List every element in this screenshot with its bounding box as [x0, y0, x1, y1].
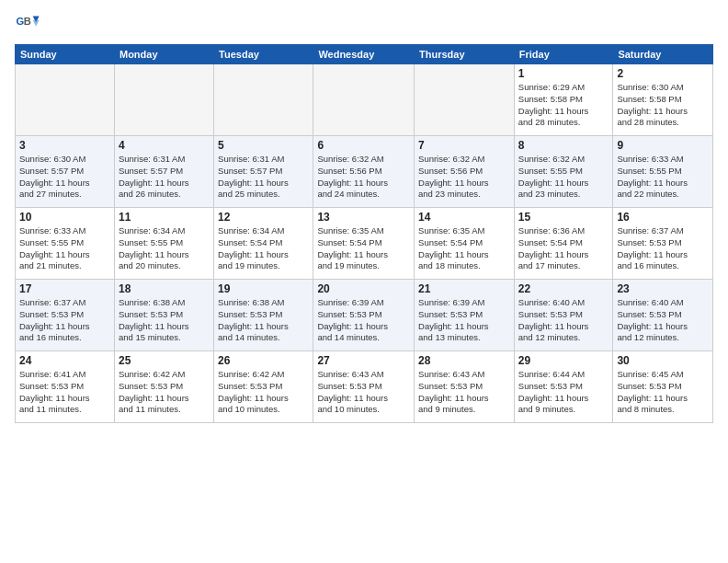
day-number: 2: [617, 67, 709, 80]
svg-text:B: B: [24, 16, 31, 27]
day-number: 14: [418, 211, 510, 224]
weekday-header: Thursday: [415, 45, 515, 64]
day-number: 9: [617, 139, 709, 152]
day-info: Sunrise: 6:32 AMSunset: 5:55 PMDaylight:…: [518, 154, 609, 201]
day-number: 18: [119, 282, 210, 295]
day-info: Sunrise: 6:36 AMSunset: 5:54 PMDaylight:…: [518, 225, 609, 272]
day-number: 16: [617, 211, 709, 224]
calendar-day: 24Sunrise: 6:41 AMSunset: 5:53 PMDayligh…: [16, 351, 115, 423]
logo: G B: [15, 11, 44, 37]
weekday-header: Wednesday: [313, 45, 415, 64]
weekday-row: SundayMondayTuesdayWednesdayThursdayFrid…: [16, 45, 713, 64]
calendar-day: [415, 64, 515, 136]
calendar-day: 14Sunrise: 6:35 AMSunset: 5:54 PMDayligh…: [415, 208, 515, 280]
calendar-day: 30Sunrise: 6:45 AMSunset: 5:53 PMDayligh…: [613, 351, 713, 423]
weekday-header: Tuesday: [214, 45, 313, 64]
day-number: 5: [218, 139, 309, 152]
calendar-week: 24Sunrise: 6:41 AMSunset: 5:53 PMDayligh…: [16, 351, 713, 423]
calendar-day: 1Sunrise: 6:29 AMSunset: 5:58 PMDaylight…: [514, 64, 613, 136]
day-info: Sunrise: 6:33 AMSunset: 5:55 PMDaylight:…: [19, 225, 110, 272]
day-number: 13: [317, 211, 410, 224]
calendar-day: [313, 64, 415, 136]
day-info: Sunrise: 6:30 AMSunset: 5:57 PMDaylight:…: [19, 154, 110, 201]
calendar-day: 16Sunrise: 6:37 AMSunset: 5:53 PMDayligh…: [613, 208, 713, 280]
day-info: Sunrise: 6:32 AMSunset: 5:56 PMDaylight:…: [418, 154, 510, 201]
day-number: 8: [518, 139, 609, 152]
day-info: Sunrise: 6:43 AMSunset: 5:53 PMDaylight:…: [418, 369, 510, 416]
day-number: 19: [218, 282, 309, 295]
calendar-body: 1Sunrise: 6:29 AMSunset: 5:58 PMDaylight…: [16, 64, 713, 423]
day-number: 28: [418, 354, 510, 367]
calendar-day: [114, 64, 213, 136]
calendar-day: 28Sunrise: 6:43 AMSunset: 5:53 PMDayligh…: [415, 351, 515, 423]
calendar-day: 8Sunrise: 6:32 AMSunset: 5:55 PMDaylight…: [514, 136, 613, 208]
calendar-week: 1Sunrise: 6:29 AMSunset: 5:58 PMDaylight…: [16, 64, 713, 136]
day-info: Sunrise: 6:37 AMSunset: 5:53 PMDaylight:…: [19, 297, 110, 344]
calendar-header: SundayMondayTuesdayWednesdayThursdayFrid…: [16, 45, 713, 64]
day-number: 17: [19, 282, 110, 295]
calendar-day: 5Sunrise: 6:31 AMSunset: 5:57 PMDaylight…: [214, 136, 313, 208]
header: G B: [15, 11, 713, 37]
calendar-day: 2Sunrise: 6:30 AMSunset: 5:58 PMDaylight…: [613, 64, 713, 136]
day-info: Sunrise: 6:42 AMSunset: 5:53 PMDaylight:…: [218, 369, 309, 416]
calendar-day: [16, 64, 115, 136]
day-number: 21: [418, 282, 510, 295]
day-info: Sunrise: 6:31 AMSunset: 5:57 PMDaylight:…: [218, 154, 309, 201]
calendar-week: 17Sunrise: 6:37 AMSunset: 5:53 PMDayligh…: [16, 280, 713, 351]
day-number: 23: [617, 282, 709, 295]
calendar-day: 10Sunrise: 6:33 AMSunset: 5:55 PMDayligh…: [16, 208, 115, 280]
day-number: 3: [19, 139, 110, 152]
calendar-day: 12Sunrise: 6:34 AMSunset: 5:54 PMDayligh…: [214, 208, 313, 280]
day-info: Sunrise: 6:43 AMSunset: 5:53 PMDaylight:…: [317, 369, 410, 416]
day-number: 24: [19, 354, 110, 367]
day-number: 27: [317, 354, 410, 367]
weekday-header: Saturday: [613, 45, 713, 64]
day-info: Sunrise: 6:34 AMSunset: 5:54 PMDaylight:…: [218, 225, 309, 272]
day-number: 15: [518, 211, 609, 224]
day-info: Sunrise: 6:33 AMSunset: 5:55 PMDaylight:…: [617, 154, 709, 201]
day-number: 20: [317, 282, 410, 295]
day-number: 10: [19, 211, 110, 224]
day-info: Sunrise: 6:38 AMSunset: 5:53 PMDaylight:…: [218, 297, 309, 344]
calendar-day: 7Sunrise: 6:32 AMSunset: 5:56 PMDaylight…: [415, 136, 515, 208]
day-number: 6: [317, 139, 410, 152]
day-info: Sunrise: 6:35 AMSunset: 5:54 PMDaylight:…: [418, 225, 510, 272]
day-number: 7: [418, 139, 510, 152]
calendar-day: 22Sunrise: 6:40 AMSunset: 5:53 PMDayligh…: [514, 280, 613, 351]
calendar-day: 9Sunrise: 6:33 AMSunset: 5:55 PMDaylight…: [613, 136, 713, 208]
day-number: 1: [518, 67, 609, 80]
svg-text:G: G: [16, 16, 24, 27]
logo-icon: G B: [15, 11, 40, 37]
day-number: 25: [119, 354, 210, 367]
weekday-header: Monday: [114, 45, 213, 64]
calendar-day: 17Sunrise: 6:37 AMSunset: 5:53 PMDayligh…: [16, 280, 115, 351]
day-info: Sunrise: 6:38 AMSunset: 5:53 PMDaylight:…: [119, 297, 210, 344]
day-info: Sunrise: 6:29 AMSunset: 5:58 PMDaylight:…: [518, 82, 609, 129]
calendar-day: 20Sunrise: 6:39 AMSunset: 5:53 PMDayligh…: [313, 280, 415, 351]
page: G B SundayMondayTuesdayWednesdayThursday…: [0, 0, 728, 563]
calendar-day: 11Sunrise: 6:34 AMSunset: 5:55 PMDayligh…: [114, 208, 213, 280]
day-info: Sunrise: 6:40 AMSunset: 5:53 PMDaylight:…: [518, 297, 609, 344]
day-info: Sunrise: 6:41 AMSunset: 5:53 PMDaylight:…: [19, 369, 110, 416]
svg-marker-3: [33, 20, 40, 27]
day-number: 26: [218, 354, 309, 367]
day-info: Sunrise: 6:42 AMSunset: 5:53 PMDaylight:…: [119, 369, 210, 416]
day-number: 12: [218, 211, 309, 224]
calendar-day: 4Sunrise: 6:31 AMSunset: 5:57 PMDaylight…: [114, 136, 213, 208]
calendar-day: 27Sunrise: 6:43 AMSunset: 5:53 PMDayligh…: [313, 351, 415, 423]
calendar-day: 18Sunrise: 6:38 AMSunset: 5:53 PMDayligh…: [114, 280, 213, 351]
day-number: 11: [119, 211, 210, 224]
day-info: Sunrise: 6:44 AMSunset: 5:53 PMDaylight:…: [518, 369, 609, 416]
day-number: 30: [617, 354, 709, 367]
calendar-day: 29Sunrise: 6:44 AMSunset: 5:53 PMDayligh…: [514, 351, 613, 423]
day-info: Sunrise: 6:30 AMSunset: 5:58 PMDaylight:…: [617, 82, 709, 129]
calendar-week: 10Sunrise: 6:33 AMSunset: 5:55 PMDayligh…: [16, 208, 713, 280]
calendar-day: 25Sunrise: 6:42 AMSunset: 5:53 PMDayligh…: [114, 351, 213, 423]
day-info: Sunrise: 6:32 AMSunset: 5:56 PMDaylight:…: [317, 154, 410, 201]
day-info: Sunrise: 6:45 AMSunset: 5:53 PMDaylight:…: [617, 369, 709, 416]
day-info: Sunrise: 6:35 AMSunset: 5:54 PMDaylight:…: [317, 225, 410, 272]
weekday-header: Friday: [514, 45, 613, 64]
day-info: Sunrise: 6:34 AMSunset: 5:55 PMDaylight:…: [119, 225, 210, 272]
calendar-day: 19Sunrise: 6:38 AMSunset: 5:53 PMDayligh…: [214, 280, 313, 351]
calendar-day: 23Sunrise: 6:40 AMSunset: 5:53 PMDayligh…: [613, 280, 713, 351]
